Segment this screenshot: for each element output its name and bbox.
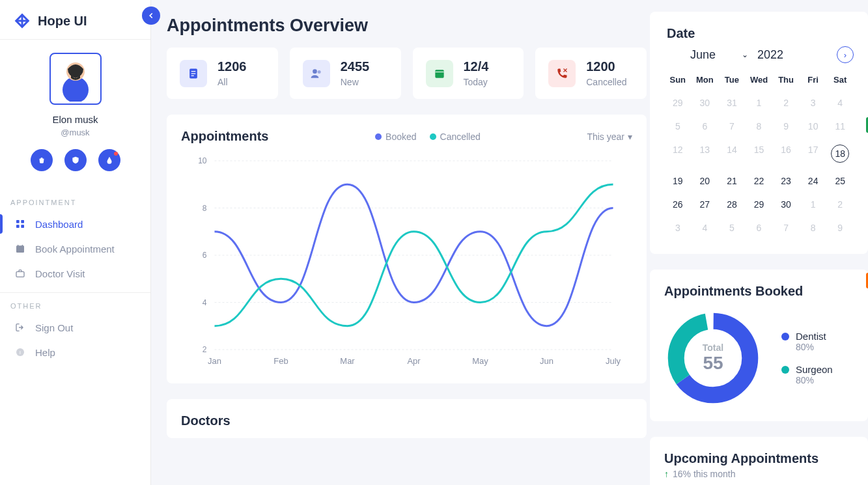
month-selector[interactable]: June ⌄ [690,48,748,62]
period-selector[interactable]: This year ▾ [587,132,632,142]
calendar-day[interactable]: 12 [664,138,692,169]
calendar-day[interactable]: 2 [826,193,854,216]
svg-text:10: 10 [198,156,207,165]
calendar-day[interactable]: 5 [718,216,746,240]
brand[interactable]: Hope UI [0,0,150,40]
svg-text:Jun: Jun [540,356,553,366]
svg-text:Feb: Feb [273,356,288,366]
shield-icon[interactable] [64,149,87,171]
calendar-day[interactable]: 30 [772,193,800,216]
avatar[interactable] [49,53,102,105]
brand-logo-icon [13,12,31,30]
briefcase-icon [14,268,26,279]
sidebar-item-label: Doctor Visit [35,268,85,279]
sidebar-item-dashboard[interactable]: Dashboard [0,212,150,236]
calendar-day[interactable]: 9 [772,115,800,138]
chevron-down-icon: ▾ [628,132,632,142]
legend-dot-icon [430,133,436,140]
calendar-day[interactable]: 7 [718,115,746,138]
calendar-day[interactable]: 28 [718,193,746,216]
sidebar-item-doctor-visit[interactable]: Doctor Visit [0,261,150,286]
calendar-day[interactable]: 8 [800,216,827,240]
calendar-day[interactable]: 21 [718,169,746,193]
svg-text:2: 2 [203,345,207,354]
calendar-day[interactable]: 26 [664,193,692,216]
calendar-day[interactable]: 2 [772,91,800,115]
calendar-day[interactable]: 5 [664,115,692,138]
appointments-chart: 246810JanFebMarAprMayJunJuly [181,154,632,369]
appointments-booked-card: Appointments Booked Total 55 Dentist80% [650,270,868,421]
calendar-day[interactable]: 23 [772,169,800,193]
sidebar-item-sign-out[interactable]: Sign Out [0,315,150,340]
chevron-down-icon: ⌄ [742,50,748,59]
calendar-day[interactable]: 17 [800,138,827,169]
stats-row: 1206All 2455New 12/4Today 1200Cancelled [167,48,647,99]
drop-icon[interactable] [98,149,120,171]
bag-icon[interactable] [31,149,53,171]
calendar-icon [14,243,26,255]
calendar-day[interactable]: 14 [718,138,746,169]
stat-card-new[interactable]: 2455New [290,48,401,99]
stat-card-cancelled[interactable]: 1200Cancelled [535,48,647,99]
stat-label: Today [464,77,489,87]
sidebar-item-help[interactable]: i Help [0,340,150,365]
calendar-day[interactable]: 31 [718,91,746,115]
nav-section-other: OTHER [0,297,150,315]
stat-label: All [217,77,247,87]
calendar-day[interactable]: 29 [664,91,692,115]
calendar-day[interactable]: 6 [692,115,719,138]
legend-pct: 80% [796,342,826,352]
calendar-card: Date June ⌄ 2022 › SunMonTueWedThuFriSat… [650,12,868,254]
svg-text:8: 8 [203,204,207,213]
calendar-day[interactable]: 8 [746,115,773,138]
calendar-day[interactable]: 4 [826,91,854,115]
calendar-next-button[interactable]: › [837,46,854,63]
calendar-day[interactable]: 22 [746,169,773,193]
svg-point-12 [313,69,317,74]
sidebar: Hope UI Elon musk @musk APPOINTMENT Dash… [0,0,151,485]
upcoming-title: Upcoming Appointments [664,451,854,466]
calendar-day[interactable]: 4 [692,216,719,240]
calendar-day[interactable]: 3 [664,216,692,240]
stat-card-today[interactable]: 12/4Today [413,48,524,99]
sidebar-item-label: Dashboard [35,219,83,230]
booked-title: Appointments Booked [664,284,854,299]
calendar-day[interactable]: 20 [692,169,719,193]
chart-title: Appointments [181,129,268,144]
sidebar-item-book-appointment[interactable]: Book Appointment [0,236,150,261]
sidebar-item-label: Help [35,347,55,358]
nav-section-appointment: APPOINTMENT [0,193,150,212]
donut-legend-dentist: Dentist80% [781,331,833,352]
stat-card-all[interactable]: 1206All [167,48,278,99]
calendar-day[interactable]: 27 [692,193,719,216]
calendar-day[interactable]: 19 [664,169,692,193]
calendar-day[interactable]: 1 [746,91,773,115]
calendar-day[interactable]: 29 [746,193,773,216]
calendar-day[interactable]: 1 [800,193,827,216]
calendar-day[interactable]: 30 [692,91,719,115]
stat-label: Cancelled [586,77,626,87]
stat-value: 2455 [341,59,370,74]
calendar-day[interactable]: 25 [826,169,854,193]
arrow-up-icon: ↑ [664,469,669,479]
month-label: June [690,48,716,62]
chart-legend: Booked Cancelled [375,132,481,142]
calendar-day[interactable]: 7 [772,216,800,240]
calendar-day[interactable]: 10 [800,115,827,138]
calendar-weekday: Tue [718,71,746,91]
svg-rect-3 [21,220,24,223]
legend-label: Cancelled [440,132,481,142]
calendar-day[interactable]: 13 [692,138,719,169]
sidebar-collapse-button[interactable] [142,7,160,25]
calendar-day[interactable]: 16 [772,138,800,169]
calendar-day[interactable]: 9 [826,216,854,240]
svg-rect-14 [435,70,443,78]
trend-text: 16% this month [673,469,736,479]
calendar-day[interactable]: 11 [826,115,854,138]
calendar-day[interactable]: 24 [800,169,827,193]
calendar-day[interactable]: 18 [826,138,854,169]
user-card: Elon musk @musk [0,40,150,182]
calendar-day[interactable]: 15 [746,138,773,169]
calendar-day[interactable]: 6 [746,216,773,240]
calendar-day[interactable]: 3 [800,91,827,115]
